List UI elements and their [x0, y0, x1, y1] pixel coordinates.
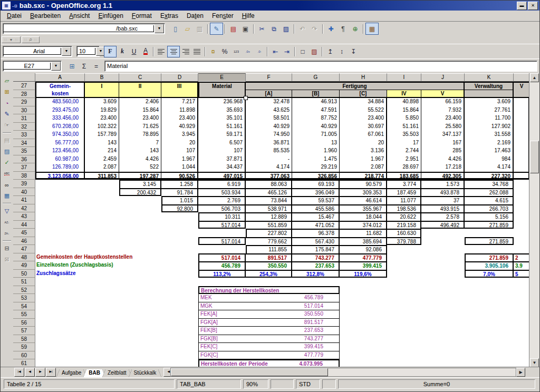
status-sheet-position[interactable]: Tabelle 2 / 15 — [4, 379, 175, 389]
cell-spacer[interactable] — [35, 302, 198, 311]
cell-E40[interactable]: 503.934 — [198, 188, 246, 197]
cell-spacer[interactable] — [85, 221, 119, 229]
cell-spacer[interactable] — [514, 188, 529, 197]
cell-K37[interactable]: 4.174 — [465, 163, 514, 172]
cell-E43[interactable]: 10.311 — [198, 212, 246, 221]
cell-G36[interactable]: 1.475 — [292, 155, 340, 164]
cell-spacer[interactable] — [119, 245, 161, 253]
cell-K42[interactable]: 266.703 — [465, 204, 514, 213]
cell-H36[interactable]: 1.967 — [340, 155, 387, 164]
borders-icon[interactable]: □ — [297, 46, 308, 57]
cell-L37[interactable] — [514, 163, 529, 172]
cell-K44[interactable]: 271.859 — [465, 221, 514, 229]
cell-K35[interactable]: 17.463 — [465, 147, 514, 155]
cell-K27[interactable]: Verwaltung — [465, 82, 514, 90]
cell-E38[interactable]: 497.015 — [198, 172, 246, 180]
cell-D36[interactable]: 1.967 — [161, 155, 198, 164]
cell-E32[interactable]: 51.161 — [198, 123, 246, 131]
cell-J37[interactable]: 17.218 — [421, 163, 465, 172]
cell-L49[interactable]: 3.9 — [514, 261, 529, 270]
insert-icon[interactable]: ▱ — [2, 76, 12, 86]
draw-functions-icon[interactable]: ✎ — [2, 109, 12, 119]
cell-spacer[interactable] — [119, 204, 161, 213]
menu-item-einf-gen[interactable]: Einfügen — [94, 11, 127, 21]
row-header-29[interactable]: 29 — [13, 98, 35, 106]
row-header-32[interactable]: 32 — [13, 123, 35, 131]
cell-K46[interactable]: 271.859 — [465, 237, 514, 246]
row-header-30[interactable]: 30 — [13, 106, 35, 115]
cell-G40[interactable]: 396.049 — [292, 188, 340, 197]
cell-F33[interactable]: 74.950 — [246, 131, 292, 139]
cell-E46[interactable]: 517.014 — [198, 237, 246, 246]
cell-L33[interactable] — [514, 131, 529, 139]
cell-B32[interactable]: 102.322 — [85, 123, 119, 131]
cell-spacer[interactable] — [514, 221, 529, 229]
cell-C30[interactable]: 15.864 — [119, 106, 161, 115]
cell-I36[interactable]: 2.951 — [387, 155, 421, 164]
cell-H39[interactable]: 90.579 — [340, 180, 387, 188]
cell-K50[interactable]: 7,0% — [465, 270, 514, 278]
row-header-61[interactable]: 61 — [13, 359, 35, 367]
cell-F43[interactable]: 12.889 — [246, 212, 292, 221]
cell-spacer[interactable] — [35, 319, 198, 327]
menu-item-fenster[interactable]: Fenster — [208, 11, 238, 21]
cell-D42[interactable]: 92.800 — [161, 204, 198, 213]
cell-B27[interactable]: I — [85, 82, 119, 90]
cell-F58[interactable]: 743.277 — [246, 335, 340, 344]
cell-K33[interactable]: 31.558 — [465, 131, 514, 139]
cell-spacer[interactable] — [514, 245, 529, 253]
chevron-down-icon[interactable]: ▼ — [155, 24, 164, 33]
row-header-31[interactable]: 31 — [13, 114, 35, 123]
row-header-53[interactable]: 53 — [13, 294, 35, 302]
cell-H42[interactable]: 355.967 — [340, 204, 387, 213]
cell-E31[interactable]: 35.101 — [198, 114, 246, 123]
cell-L35[interactable] — [514, 147, 529, 155]
toolbar-collapse-handle[interactable]: ∷▼∷ — [2, 36, 21, 43]
close-button[interactable]: ✕ — [528, 2, 538, 10]
row-header-54[interactable]: 54 — [13, 302, 35, 311]
cell-E57[interactable]: FEK[B] — [198, 327, 246, 335]
sheet-corner-box[interactable] — [13, 73, 35, 82]
cell-G42[interactable]: 455.586 — [292, 204, 340, 213]
cell-I41[interactable]: 11.077 — [387, 196, 421, 204]
cell-E44[interactable]: 517.014 — [198, 221, 246, 229]
cell-D30[interactable]: 11.898 — [161, 106, 198, 115]
cell-spacer[interactable] — [465, 245, 514, 253]
cell-spacer[interactable] — [35, 229, 85, 237]
cell-D28[interactable] — [161, 90, 198, 99]
cell-G47[interactable]: 175.847 — [292, 245, 340, 253]
cell-spacer[interactable] — [161, 245, 198, 253]
cell-D35[interactable]: 107 — [161, 147, 198, 155]
cell-F29[interactable]: 32.478 — [246, 98, 292, 106]
row-header-52[interactable]: 52 — [13, 286, 35, 295]
cell-H28[interactable]: [C] — [340, 90, 387, 99]
cell-spacer[interactable] — [198, 245, 246, 253]
title-bar[interactable]: ▦ -¤ bab.sxc - OpenOffice.org 1.1 ▬ ✕ — [1, 1, 539, 11]
cell-I42[interactable]: 198.536 — [387, 204, 421, 213]
cut-icon[interactable]: ✂ — [256, 23, 268, 34]
align-justify-button[interactable] — [191, 46, 203, 57]
cell-F31[interactable]: 58.501 — [246, 114, 292, 123]
cell-D31[interactable]: 23.400 — [161, 114, 198, 123]
cell-C36[interactable]: 4.426 — [119, 155, 161, 164]
font-name-value[interactable]: Arial — [3, 48, 61, 55]
cell-J39[interactable]: 1.573 — [421, 180, 465, 188]
cell-I46[interactable]: 379.788 — [387, 237, 421, 246]
cell-H31[interactable]: 23.400 — [340, 114, 387, 123]
cell-L36[interactable] — [514, 155, 529, 164]
font-name-combo[interactable]: Arial ▼ — [3, 46, 72, 57]
cell-I30[interactable]: 15.864 — [387, 106, 421, 115]
row-header-40[interactable]: 40 — [13, 188, 35, 197]
cell-L30[interactable] — [514, 106, 529, 115]
prev-sheet-button[interactable]: ◀ — [25, 368, 35, 377]
cell-I29[interactable]: 40.898 — [387, 98, 421, 106]
cell-spacer[interactable] — [35, 294, 198, 302]
cell-A31[interactable]: 333.456,00 — [35, 114, 85, 123]
cell-B30[interactable]: 19.829 — [85, 106, 119, 115]
cell-F48[interactable]: 891.517 — [246, 253, 292, 262]
cell-J44[interactable]: 496.492 — [421, 221, 465, 229]
menu-item-ansicht[interactable]: Ansicht — [65, 11, 94, 21]
cell-spacer[interactable] — [514, 212, 529, 221]
row-header-39[interactable]: 39 — [13, 180, 35, 188]
cell-spacer[interactable] — [198, 229, 246, 237]
